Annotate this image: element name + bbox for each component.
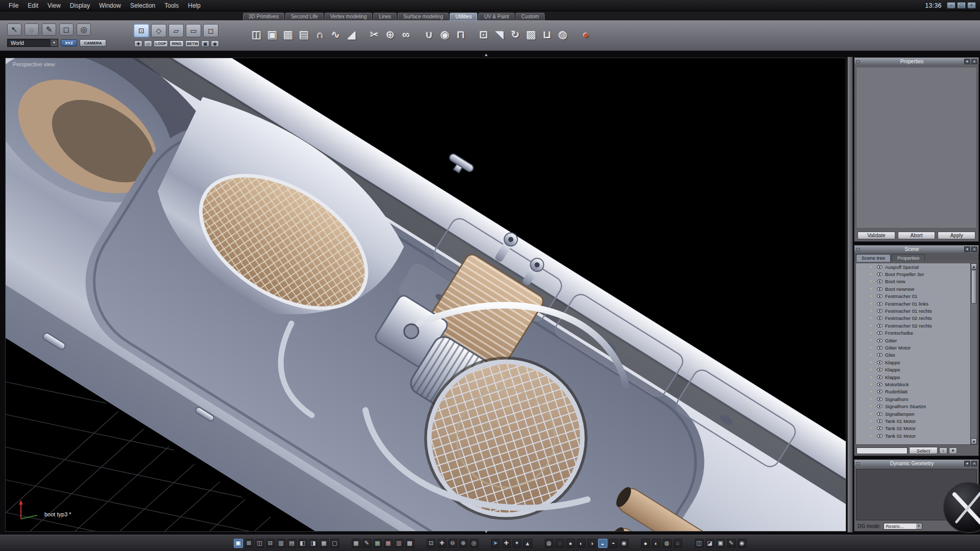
no-light-icon[interactable]: ○ bbox=[673, 539, 682, 548]
select-tool-icon[interactable]: ↖ bbox=[7, 23, 21, 36]
visibility-eye-icon[interactable] bbox=[877, 353, 883, 357]
smooth-shading-icon[interactable]: ◑ bbox=[587, 539, 597, 548]
splitter-handle-top[interactable]: ▲ bbox=[484, 52, 488, 57]
soft-light-icon[interactable]: ◍ bbox=[663, 539, 672, 548]
close-button[interactable]: × bbox=[967, 2, 976, 9]
dome-tool-icon[interactable]: ◍ bbox=[556, 25, 570, 44]
plane-toggle-icon[interactable]: ▱ bbox=[144, 40, 152, 47]
orient-tool-icon[interactable]: ◥ bbox=[493, 25, 506, 44]
properties-action-button[interactable]: Abort bbox=[898, 232, 936, 239]
flat-lines-shading-icon[interactable]: ◐ bbox=[577, 539, 586, 548]
menu-item[interactable]: Window bbox=[94, 1, 126, 10]
move-pick-icon[interactable]: ✚ bbox=[502, 539, 511, 548]
xyz-button[interactable]: XYZ bbox=[61, 39, 77, 46]
visibility-eye-icon[interactable] bbox=[877, 331, 883, 335]
layout-grid-icon[interactable]: ⊞ bbox=[244, 539, 254, 548]
close-icon[interactable]: ✕ bbox=[971, 246, 977, 252]
pan-view-icon[interactable]: ✚ bbox=[437, 539, 447, 548]
scene-tree-item[interactable]: ✳ Boot new bbox=[856, 278, 970, 285]
select-all-mode[interactable]: ◻ bbox=[203, 24, 218, 37]
scene-tree-item[interactable]: ✳ Frontscheibe bbox=[856, 330, 970, 337]
layout-single-icon[interactable]: ▣ bbox=[234, 539, 243, 548]
snapshot-icon[interactable]: ◉ bbox=[738, 539, 747, 548]
visibility-eye-icon[interactable] bbox=[877, 412, 883, 416]
scene-filter-input[interactable] bbox=[856, 447, 908, 454]
visibility-eye-icon[interactable] bbox=[877, 397, 883, 401]
select-edges-mode[interactable]: ◇ bbox=[151, 24, 166, 37]
weld-tool-icon[interactable]: ⊕ bbox=[384, 25, 397, 44]
layout-three-top-icon[interactable]: ▤ bbox=[287, 539, 297, 548]
expand-selection-icon[interactable]: ↕ bbox=[939, 447, 947, 454]
uv-grid-icon[interactable]: ▦ bbox=[352, 539, 361, 548]
menu-item[interactable]: Edit bbox=[23, 1, 43, 10]
visibility-eye-icon[interactable] bbox=[877, 390, 883, 393]
visibility-eye-icon[interactable] bbox=[877, 427, 883, 430]
grid-toggle-icon[interactable]: ▣ bbox=[201, 40, 209, 47]
cylinder-tool-icon[interactable]: ⊔ bbox=[541, 25, 554, 44]
wireframe-shading-icon[interactable]: ◍ bbox=[545, 539, 554, 548]
scene-tree-item[interactable]: ✳ Tank 02 Motor bbox=[856, 432, 970, 439]
camera-select-icon[interactable]: ◎ bbox=[77, 23, 91, 36]
lasso-select-icon[interactable]: ◌ bbox=[24, 23, 39, 36]
ribbon-tab[interactable]: UV & Paint bbox=[478, 13, 514, 20]
scene-panel-tab[interactable]: Scene tree bbox=[856, 254, 891, 262]
twist-tool-icon[interactable]: ∿ bbox=[329, 25, 342, 44]
options-chevron-icon[interactable]: ▾ bbox=[949, 447, 957, 454]
minimize-button[interactable]: – bbox=[947, 2, 955, 9]
layout-two-horiz-icon[interactable]: ⊟ bbox=[266, 539, 275, 548]
world-axis-dropdown[interactable]: World ▼ bbox=[7, 39, 58, 47]
scene-panel-header[interactable]: Scene ▼ ✕ bbox=[854, 245, 978, 253]
hatch-icon[interactable]: ▩ bbox=[405, 539, 414, 548]
flat-shading-icon[interactable]: ● bbox=[566, 539, 575, 548]
select-button[interactable]: Select bbox=[909, 447, 938, 454]
visibility-eye-icon[interactable] bbox=[877, 346, 883, 349]
default-light-icon[interactable]: ● bbox=[641, 539, 650, 548]
loop-mode-button[interactable]: BETW bbox=[185, 40, 200, 47]
chain-tool-icon[interactable]: ∞ bbox=[400, 25, 413, 44]
soft-select-tool-icon[interactable]: ◉ bbox=[438, 25, 452, 44]
backdrop-icon[interactable]: ◫ bbox=[695, 539, 704, 548]
multi-copy-tool-icon[interactable]: ▦ bbox=[282, 25, 295, 44]
visibility-eye-icon[interactable] bbox=[877, 316, 883, 320]
select-object-mode[interactable]: ▭ bbox=[186, 24, 201, 37]
scene-tree-item[interactable]: ✳ Signalhorn bbox=[856, 395, 970, 403]
scene-tree-item[interactable]: ✳ Festmacher 01 links bbox=[856, 300, 970, 307]
magnet-tool-icon[interactable]: ∪ bbox=[423, 25, 436, 44]
cut-tool-icon[interactable]: ✂ bbox=[368, 25, 381, 44]
layout-three-left-icon[interactable]: ▥ bbox=[277, 539, 286, 548]
mirror-preview-icon[interactable]: ◪ bbox=[705, 539, 715, 548]
visibility-eye-icon[interactable] bbox=[877, 405, 883, 408]
properties-action-button[interactable]: Validate bbox=[857, 232, 895, 239]
scene-tree-item[interactable]: ✳ Tank 02 Motor bbox=[856, 425, 970, 432]
scene-tree-item[interactable]: ✳ Festmacher 01 rechts bbox=[856, 307, 970, 314]
scene-tree-item[interactable]: ✳ Boot newnew bbox=[856, 285, 970, 292]
snap-toggle-icon[interactable]: ✚ bbox=[134, 40, 142, 47]
paint-mode-icon[interactable]: ✎ bbox=[727, 539, 736, 548]
scene-tree-item[interactable]: ✳ Klappe bbox=[856, 359, 970, 366]
splitter-handle-bottom[interactable]: ▼ bbox=[484, 529, 488, 534]
collapse-icon[interactable]: ▼ bbox=[964, 59, 970, 64]
taper-tool-icon[interactable]: ◢ bbox=[345, 25, 358, 44]
collapse-icon[interactable]: ▼ bbox=[964, 461, 970, 466]
visibility-eye-icon[interactable] bbox=[877, 309, 883, 313]
loop-mode-button[interactable]: RING bbox=[169, 40, 184, 47]
menu-item[interactable]: Tools bbox=[160, 1, 183, 10]
spin-tool-icon[interactable]: ↻ bbox=[509, 25, 522, 44]
hidden-line-shading-icon[interactable]: ◌ bbox=[555, 539, 565, 548]
look-at-icon[interactable]: ◎ bbox=[470, 539, 479, 548]
layout-right-pane-icon[interactable]: ◨ bbox=[309, 539, 318, 548]
snap-pick-icon[interactable]: ▲ bbox=[523, 539, 532, 548]
menu-item[interactable]: View bbox=[43, 1, 65, 10]
clone-tool-icon[interactable]: ▣ bbox=[266, 25, 279, 44]
perspective-viewport[interactable]: Perspective view boot typ3 * bbox=[5, 58, 846, 532]
ribbon-tab[interactable]: 3D Primitives bbox=[243, 13, 284, 20]
sphere-toggle-icon[interactable]: ◉ bbox=[211, 40, 219, 47]
scene-tree-item[interactable]: ✳ Klappe bbox=[856, 366, 970, 373]
select-points-mode[interactable]: ⊡ bbox=[134, 24, 149, 37]
menu-item[interactable]: File bbox=[4, 1, 23, 10]
maximize-button[interactable]: ▢ bbox=[957, 2, 966, 9]
scene-tree-item[interactable]: ✳ Signallampen bbox=[856, 410, 970, 417]
textured-decal-shading-icon[interactable]: ◉ bbox=[620, 539, 629, 548]
panel-splitter[interactable] bbox=[847, 57, 853, 533]
axis-pick-icon[interactable]: ✦ bbox=[512, 539, 522, 548]
